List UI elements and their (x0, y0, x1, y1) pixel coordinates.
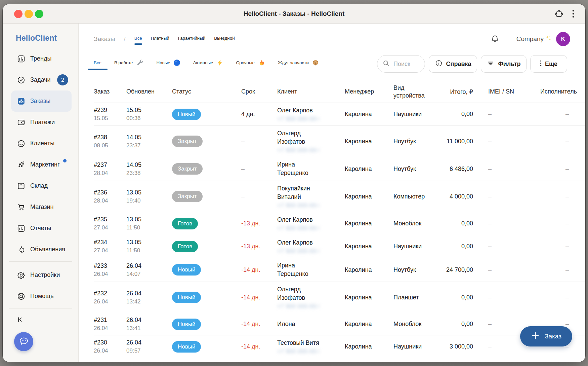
updated-time: 13:41 (126, 325, 172, 332)
updated-date: 14.05 (126, 134, 172, 141)
sidebar-item[interactable]: Склад (11, 175, 72, 196)
sidebar-item[interactable]: Магазин (11, 196, 72, 218)
avatar[interactable]: K (556, 32, 570, 46)
screenshot-stage: HelloClient - Заказы - HelloClient Hello… (0, 0, 588, 366)
device-type: Компьютер (393, 193, 440, 200)
manager-name: Каролина (345, 138, 393, 145)
status-filter-tab[interactable]: Активные (193, 57, 223, 71)
manager-name: Каролина (345, 266, 393, 273)
chat-bubble-icon (18, 336, 29, 347)
order-row[interactable]: #231 26.04 26.04 13:41 Новый (94, 313, 585, 335)
column-header-due: Срок (241, 88, 277, 95)
sidebar-item[interactable]: Тренды (11, 48, 72, 69)
client-phone-blurred (277, 225, 319, 231)
order-type-tab[interactable]: Гарантийный (178, 34, 205, 44)
status-filter-tab[interactable]: В работе (114, 57, 144, 71)
order-type-tab[interactable]: Платный (151, 34, 169, 44)
sidebar-item[interactable]: Задачи 2 (11, 69, 72, 90)
filter-button[interactable]: Фильтр (481, 55, 527, 73)
updated-date: 26.04 (126, 262, 172, 269)
due-days: -14 дн. (241, 266, 260, 273)
imei-value: – (473, 266, 525, 273)
sidebar-item[interactable]: Клиенты (11, 133, 72, 154)
imei-value: – (473, 321, 525, 328)
sidebar-item[interactable]: Помощь (11, 286, 72, 307)
sidebar-item[interactable]: Отчеты (11, 218, 72, 239)
imei-value: – (473, 111, 525, 118)
executor-value: – (525, 266, 585, 273)
status-filter-tab[interactable]: Новые (157, 57, 180, 71)
column-header-status: Статус (172, 88, 241, 95)
tasks-icon (17, 76, 26, 84)
sidebar-item[interactable]: Заказы (11, 90, 72, 112)
status-filter-tab[interactable]: Ждут запчасти (278, 57, 319, 71)
main-content: Заказы / ВсеПлатныйГарантийныйВыездной C… (79, 24, 585, 362)
more-button[interactable]: Еще (530, 55, 567, 73)
client-name: Ирина Терещенко (277, 160, 321, 177)
search-input[interactable] (393, 61, 420, 68)
help-button[interactable]: Справка (429, 55, 477, 73)
search-input-pill[interactable] (377, 55, 425, 73)
device-type: Ноутбук (393, 266, 440, 273)
device-type: Ноутбук (393, 138, 440, 145)
status-filter-tab[interactable]: Все (94, 58, 101, 70)
due-days: – (241, 193, 245, 200)
sidebar-item[interactable]: Объявления (11, 239, 72, 260)
collapse-sidebar-button[interactable] (16, 316, 24, 323)
order-created-date: 26.04 (94, 347, 126, 354)
order-row[interactable]: #235 27.04 13.05 11:50 Готов (94, 212, 585, 235)
filter-lines-icon (487, 59, 495, 69)
browser-menu-icon[interactable] (572, 9, 574, 18)
sidebar-item[interactable]: Настройки (11, 264, 72, 286)
new-order-button[interactable]: Заказ (520, 326, 572, 346)
updated-date: 26.04 (126, 290, 172, 297)
updated-time: 00:36 (126, 115, 172, 122)
order-row[interactable]: #230 26.04 26.04 09:57 Новый (94, 335, 585, 358)
column-header-total: Итого, ₽ (440, 88, 473, 96)
breadcrumb-root[interactable]: Заказы (94, 35, 115, 43)
order-row[interactable]: #229 26.04 26.04 Новый (94, 358, 585, 362)
company-menu[interactable]: Company (516, 34, 552, 44)
window-title: HelloClient - Заказы - HelloClient (3, 10, 585, 17)
order-row[interactable]: #238 08.05 14.05 23:37 Закрыт (94, 126, 585, 157)
order-type-tab[interactable]: Все (134, 34, 142, 44)
status-badge: Новый (172, 109, 201, 120)
order-row[interactable]: #237 28.04 14.05 23:38 Закрыт (94, 157, 585, 181)
executor-value: – (525, 193, 585, 200)
client-name: Олег Карпов (277, 362, 321, 362)
sidebar-divider (9, 261, 72, 262)
order-total: 3 000,00 (440, 343, 473, 350)
sidebar-item[interactable]: Маркетинг (11, 154, 72, 175)
sidebar-item[interactable]: Платежи (11, 112, 72, 133)
order-type-tab[interactable]: Выездной (214, 34, 235, 44)
order-row[interactable]: #232 26.04 26.04 13:42 Новый (94, 282, 585, 313)
client-name: Тестовый Витя (277, 339, 321, 347)
breadcrumb: Заказы / ВсеПлатныйГарантийныйВыездной (94, 34, 235, 44)
reports-icon (17, 224, 26, 233)
minimize-window-button[interactable] (25, 10, 33, 18)
extensions-icon[interactable] (555, 9, 563, 18)
blue-dot-icon (173, 59, 180, 66)
updated-date: 13.05 (126, 216, 172, 223)
announcements-icon (17, 245, 26, 254)
fullscreen-window-button[interactable] (35, 10, 43, 18)
order-row[interactable]: #236 28.04 13.05 19:40 Закрыт (94, 181, 585, 212)
order-row[interactable]: #239 15.05 15.05 00:36 Новый (94, 103, 585, 126)
device-type: Наушники (393, 111, 440, 118)
status-filter-tab[interactable]: Срочные (236, 57, 265, 71)
order-row[interactable]: #233 26.04 26.04 14:07 Новый (94, 258, 585, 282)
payments-icon (17, 118, 26, 127)
order-created-date: 15.05 (94, 115, 126, 122)
executor-value: – (525, 111, 585, 118)
order-created-date: 08.05 (94, 142, 126, 149)
support-chat-button[interactable] (14, 332, 33, 351)
manager-name: Каролина (345, 111, 393, 118)
client-phone-blurred (277, 203, 319, 209)
due-days: – (241, 166, 245, 172)
order-total: 11 000,00 (440, 138, 473, 145)
order-row[interactable]: #234 27.04 13.05 11:50 Готов (94, 235, 585, 258)
status-badge: Новый (172, 341, 201, 353)
notifications-bell-icon[interactable] (490, 34, 500, 44)
order-number: #235 (94, 216, 126, 223)
close-window-button[interactable] (14, 10, 23, 18)
